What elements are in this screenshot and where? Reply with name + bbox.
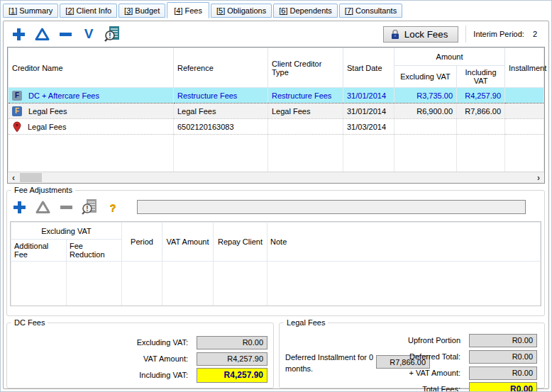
fee-row-legal[interactable]: F Legal Fees Legal Fees Legal Fees 31/01… xyxy=(9,103,544,119)
interim-period-label: Interim Period: xyxy=(473,30,524,38)
scrollbar-thumb[interactable] xyxy=(20,173,42,182)
plus-icon xyxy=(12,200,27,215)
col-header-additional-fee[interactable]: Additional Fee xyxy=(11,240,67,262)
excluding-vat-cell xyxy=(394,119,457,135)
creditor-name-cell: DC + Aftercare Fees xyxy=(28,91,99,100)
col-header-reference[interactable]: Reference xyxy=(174,48,268,88)
vat-amount-label: VAT Amount: xyxy=(143,354,188,363)
scroll-right-arrow[interactable]: › xyxy=(533,172,544,183)
client-creditor-type-cell: Legal Fees xyxy=(268,103,343,119)
legal-fees-totals: Upfront Portion Deferred Total: + VAT Am… xyxy=(344,331,543,392)
interim-period: Interim Period: 2 xyxy=(473,30,543,38)
magnifier-document-icon: ! xyxy=(104,26,121,43)
col-header-installment[interactable]: Installment xyxy=(505,48,544,88)
delete-fee-button[interactable] xyxy=(56,25,74,43)
col-header-amount[interactable]: Amount xyxy=(394,48,505,66)
including-vat-cell: R4,257.90 xyxy=(457,88,505,103)
tab-consultants[interactable]: [7]Consultants xyxy=(339,4,402,18)
magnifier-document-icon: ! xyxy=(81,198,98,215)
horizontal-scrollbar[interactable]: ‹ › xyxy=(8,172,544,183)
total-fees-field[interactable] xyxy=(469,382,537,392)
scroll-left-arrow[interactable]: ‹ xyxy=(8,172,19,183)
reference-cell: 6502120163083 xyxy=(174,119,268,135)
col-header-excluding-vat-group[interactable]: Excluding VAT xyxy=(11,223,122,240)
tab-text: [7]Consultants xyxy=(345,6,397,15)
plus-vat-amount-field[interactable] xyxy=(469,366,537,380)
tab-dependents[interactable]: [6]Dependents xyxy=(273,4,338,18)
creditor-name-cell: Legal Fees xyxy=(28,107,67,116)
col-header-start-date[interactable]: Start Date xyxy=(343,48,394,88)
svg-text:!: ! xyxy=(109,32,111,40)
dc-vat-amount-field[interactable] xyxy=(197,352,267,366)
fee-adjustments-title: Fee Adjustments xyxy=(11,186,75,194)
col-header-fee-reduction[interactable]: Fee Reduction xyxy=(67,240,122,262)
dc-fees-title: DC Fees xyxy=(11,318,48,327)
empty-grid-area xyxy=(9,135,544,175)
fee-adjustments-grid: Excluding VAT Period VAT Amount Repay Cl… xyxy=(10,221,541,306)
reference-cell: Restructure Fees xyxy=(174,88,268,103)
edit-fee-button[interactable] xyxy=(33,25,51,43)
view-details-button[interactable]: ! xyxy=(103,25,121,43)
col-header-including-vat[interactable]: Including VAT xyxy=(457,66,505,88)
upfront-portion-label: Upfront Portion xyxy=(408,336,460,345)
deferred-total-field[interactable] xyxy=(469,350,537,364)
col-header-repay-client[interactable]: Repay Client xyxy=(214,223,267,262)
start-date-cell: 31/01/2014 xyxy=(343,88,394,103)
restructure-fee-icon: F xyxy=(12,91,22,101)
tab-budget[interactable]: [3]Budget xyxy=(118,4,165,18)
minus-icon xyxy=(60,200,73,214)
fee-adjustments-group: Fee Adjustments ! xyxy=(6,186,545,316)
col-header-client-creditor-type[interactable]: Client Creditor Type xyxy=(268,48,343,88)
tab-text: [3]Budget xyxy=(124,6,160,15)
col-header-creditor-name[interactable]: Creditor Name xyxy=(9,48,174,88)
start-date-cell: 31/01/2014 xyxy=(343,103,394,119)
fees-grid: Creditor Name Reference Client Creditor … xyxy=(7,47,545,184)
including-vat-cell: R7,866.00 xyxy=(457,103,505,119)
col-header-vat-amount[interactable]: VAT Amount xyxy=(162,223,214,262)
excluding-vat-cell: R3,735.00 xyxy=(394,88,457,103)
tab-client-info[interactable]: [2]Client Info xyxy=(60,4,117,18)
dc-fees-group: DC Fees Excluding VAT: VAT Amount: Inclu… xyxy=(6,318,274,388)
dc-excluding-vat-field[interactable] xyxy=(197,336,267,349)
col-header-excluding-vat[interactable]: Excluding VAT xyxy=(394,66,457,88)
lock-fees-button[interactable]: Lock Fees xyxy=(383,26,459,43)
legal-fee-icon: F xyxy=(12,106,22,116)
delete-adjustment-button[interactable] xyxy=(57,198,75,216)
adjustment-note-field[interactable] xyxy=(137,200,526,214)
tab-obligations[interactable]: [5]Obligations xyxy=(211,4,272,18)
dc-including-vat-field[interactable] xyxy=(197,368,267,383)
fee-adjustments-toolbar: ! ? xyxy=(10,196,540,218)
triangle-icon xyxy=(35,200,50,214)
add-fee-button[interactable] xyxy=(9,25,28,43)
legal-fees-title: Legal Fees xyxy=(284,318,328,327)
tab-text: [1]Summary xyxy=(9,6,53,15)
fee-row-legal-pin[interactable]: Legal Fees 6502120163083 31/03/2014 xyxy=(9,119,544,135)
legal-fees-group: Legal Fees Deferred Installment for 0 mo… xyxy=(279,318,545,388)
red-pin-icon xyxy=(13,121,21,133)
fee-row-dc-aftercare[interactable]: F DC + Aftercare Fees Restructure Fees R… xyxy=(9,88,544,103)
empty-adjustments-row xyxy=(11,262,541,307)
including-vat-label: Including VAT: xyxy=(139,371,188,379)
creditor-name-cell: Legal Fees xyxy=(28,123,66,131)
v-icon: V xyxy=(84,26,94,42)
tab-fees[interactable]: [4]Fees xyxy=(167,2,209,18)
excluding-vat-cell: R6,900.00 xyxy=(394,103,457,119)
plus-vat-amount-label: + VAT Amount: xyxy=(409,369,460,377)
installment-cell xyxy=(505,103,544,119)
view-adjustment-button[interactable]: ! xyxy=(80,198,99,216)
col-header-period[interactable]: Period xyxy=(122,223,162,262)
help-button[interactable]: ? xyxy=(104,198,122,216)
upfront-portion-field[interactable] xyxy=(469,334,537,347)
question-mark-icon: ? xyxy=(109,201,116,213)
client-creditor-type-cell xyxy=(268,119,343,135)
tab-summary[interactable]: [1]Summary xyxy=(3,4,58,18)
tab-text: [6]Dependents xyxy=(279,6,332,15)
edit-adjustment-button[interactable] xyxy=(33,198,52,216)
tab-text: [4]Fees xyxy=(174,6,202,15)
col-header-note[interactable]: Note xyxy=(267,223,541,262)
add-adjustment-button[interactable] xyxy=(10,198,28,216)
start-date-cell: 31/03/2014 xyxy=(343,119,394,135)
tab-text: [2]Client Info xyxy=(65,6,111,15)
confirm-fee-button[interactable]: V xyxy=(79,25,98,43)
installment-cell xyxy=(505,119,544,135)
